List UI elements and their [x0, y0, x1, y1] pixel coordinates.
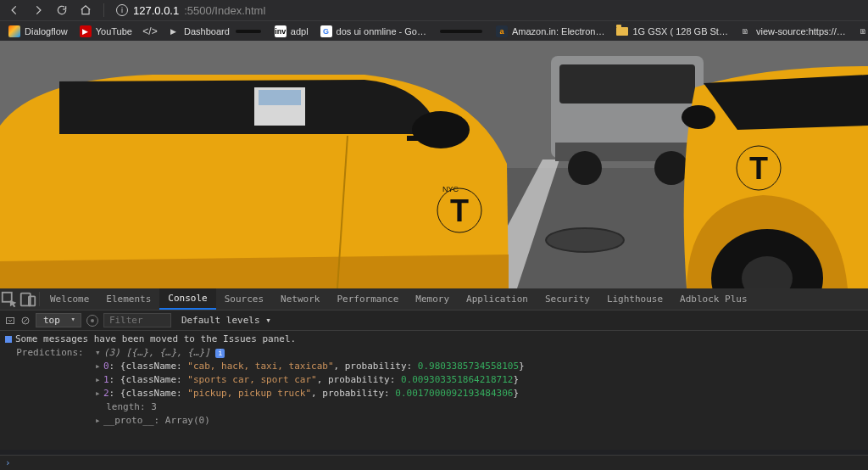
log-levels-select[interactable]: Default levels ▾ — [176, 314, 276, 327]
svg-rect-11 — [407, 136, 432, 141]
document-icon: 🗎 — [740, 25, 752, 37]
bookmark-item[interactable]: aAmazon.in: Electron… — [496, 25, 604, 37]
devtools-panel: Welcome Elements Console Sources Network… — [0, 288, 868, 450]
bookmark-label: Amazon.in: Electron… — [512, 26, 604, 36]
tab-performance[interactable]: Performance — [328, 288, 407, 310]
svg-rect-23 — [7, 317, 14, 323]
redacted-icon — [440, 30, 482, 33]
url-host: 127.0.0.1 — [133, 4, 179, 17]
bookmark-item[interactable]: 🗎view-source:https://… — [740, 25, 846, 37]
bookmark-label: view-source:https://… — [756, 26, 846, 36]
document-icon: 🗎 — [858, 25, 868, 37]
console-line: Predictions: ▾(3) [{…}, {…}, {…}] i — [0, 346, 868, 360]
reload-icon[interactable] — [56, 4, 68, 16]
console-toolbar: top Default levels ▾ — [0, 311, 868, 331]
tab-sources[interactable]: Sources — [216, 288, 272, 310]
tab-welcome[interactable]: Welcome — [42, 288, 97, 310]
svg-text:T: T — [749, 151, 768, 186]
bookmark-item[interactable]: Dialogflow — [8, 25, 68, 37]
svg-point-10 — [412, 111, 470, 148]
console-line: ▸__proto__: Array(0) — [0, 414, 868, 428]
svg-text:T: T — [450, 193, 469, 228]
google-icon: G — [320, 25, 332, 37]
bookmark-label: YouTube — [96, 26, 132, 36]
bookmark-item[interactable] — [438, 30, 484, 33]
tab-security[interactable]: Security — [537, 288, 598, 310]
redacted-icon — [236, 30, 261, 33]
console-line: ▸1: {className: "sports car, sport car",… — [0, 373, 868, 387]
info-badge-icon[interactable]: i — [215, 349, 225, 358]
address-bar[interactable]: i 127.0.0.1:5500/Index.html — [116, 4, 860, 17]
console-output[interactable]: Some messages have been moved to the Iss… — [0, 331, 868, 450]
browser-nav-bar: i 127.0.0.1:5500/Index.html — [0, 0, 868, 20]
chip-icon: inv — [275, 25, 287, 37]
bookmark-item[interactable]: 1G GSX ( 128 GB St… — [616, 26, 728, 36]
taxi-image: T NYC T — [0, 41, 868, 288]
issues-icon — [5, 336, 12, 343]
svg-text:NYC: NYC — [442, 185, 459, 193]
bookmark-item[interactable]: invadpl — [275, 25, 309, 37]
tab-lighthouse[interactable]: Lighthouse — [598, 288, 671, 310]
console-sidebar-toggle-icon[interactable] — [5, 316, 15, 326]
folder-icon — [616, 27, 628, 36]
console-line: length: 3 — [0, 400, 868, 414]
back-icon[interactable] — [8, 4, 20, 16]
bookmarks-bar: Dialogflow ▶YouTube </> ▶Dashboard invad… — [0, 20, 868, 41]
home-icon[interactable] — [80, 4, 92, 16]
svg-rect-4 — [559, 64, 695, 104]
url-path: :5500/Index.html — [184, 4, 265, 17]
console-prompt[interactable]: › — [0, 455, 868, 470]
console-filter-input[interactable] — [103, 313, 171, 327]
bookmark-item[interactable]: </> — [144, 25, 156, 37]
bookmark-label: adpl — [291, 26, 309, 36]
bookmark-label: Dashboard — [184, 26, 230, 36]
code-icon: </> — [144, 25, 156, 37]
bookmark-item[interactable]: ▶Dashboard — [168, 25, 263, 37]
tab-application[interactable]: Application — [458, 288, 537, 310]
svg-point-2 — [546, 228, 624, 252]
bookmark-item[interactable]: 🗎red — [858, 25, 868, 37]
page-content: T NYC T — [0, 41, 868, 288]
live-expression-icon[interactable] — [86, 315, 98, 327]
play-icon: ▶ — [168, 25, 180, 37]
tab-network[interactable]: Network — [272, 288, 328, 310]
tab-elements[interactable]: Elements — [97, 288, 159, 310]
site-info-icon[interactable]: i — [116, 4, 128, 16]
tab-adblock-plus[interactable]: Adblock Plus — [671, 288, 755, 310]
youtube-icon: ▶ — [80, 25, 92, 37]
svg-point-6 — [568, 151, 602, 185]
device-toggle-icon[interactable] — [19, 288, 37, 310]
inspect-element-icon[interactable] — [0, 288, 19, 310]
forward-icon[interactable] — [32, 4, 44, 16]
bookmark-label: dos ui onmline - Go… — [337, 26, 426, 36]
clear-console-icon[interactable] — [20, 316, 31, 326]
bookmark-item[interactable]: Gdos ui onmline - Go… — [320, 25, 426, 37]
devtools-tabs: Welcome Elements Console Sources Network… — [0, 288, 868, 311]
tab-memory[interactable]: Memory — [407, 288, 458, 310]
console-line: ▸0: {className: "cab, hack, taxi, taxica… — [0, 360, 868, 373]
svg-point-19 — [682, 105, 715, 129]
bookmark-item[interactable]: ▶YouTube — [80, 25, 132, 37]
console-line: ▸2: {className: "pickup, pickup truck", … — [0, 387, 868, 400]
amazon-icon: a — [496, 25, 508, 37]
svg-rect-9 — [259, 90, 301, 105]
svg-point-7 — [654, 151, 688, 185]
dialogflow-icon — [8, 25, 20, 37]
execution-context-select[interactable]: top — [36, 313, 81, 327]
bookmark-label: Dialogflow — [25, 26, 68, 36]
bookmark-label: 1G GSX ( 128 GB St… — [632, 26, 728, 36]
tab-console[interactable]: Console — [159, 288, 215, 310]
issues-notice: Some messages have been moved to the Iss… — [0, 333, 868, 346]
